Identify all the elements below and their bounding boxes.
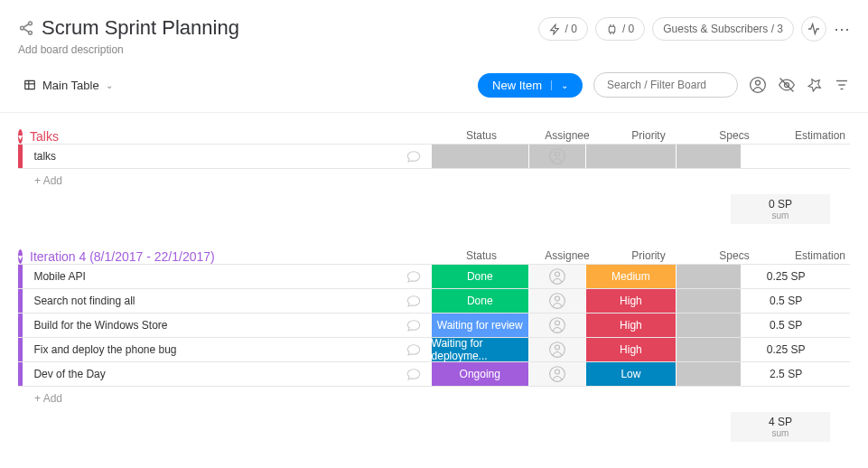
status-cell[interactable]: Ongoing (431, 362, 528, 386)
assignee-cell[interactable] (528, 362, 585, 386)
svg-point-29 (555, 272, 560, 276)
assignee-cell[interactable] (528, 289, 585, 313)
chat-icon[interactable] (397, 289, 430, 313)
column-header[interactable]: Estimation (770, 129, 868, 144)
estimation-cell[interactable]: 0.25 SP (741, 265, 830, 288)
column-header[interactable]: Status (427, 249, 536, 264)
item-name[interactable]: Dev of the Day (23, 362, 397, 386)
table-icon (23, 79, 36, 91)
status-cell[interactable]: Waiting for review (431, 314, 528, 337)
group-title[interactable]: Iteration 4 (8/1/2017 - 22/1/2017) (30, 249, 427, 264)
add-item-label: + Add (23, 174, 62, 187)
bolt-count: / 0 (565, 23, 577, 35)
item-name[interactable]: Build for the Windows Store (23, 314, 397, 337)
activity-icon[interactable] (801, 16, 826, 42)
specs-cell[interactable] (676, 265, 741, 288)
table-row[interactable]: Mobile APIDoneMedium0.25 SP (18, 264, 850, 288)
svg-point-33 (555, 321, 560, 325)
estimation-cell[interactable]: 0.5 SP (741, 314, 830, 337)
board-description[interactable]: Add board description (18, 43, 239, 56)
item-name[interactable]: talks (23, 145, 397, 168)
assignee-cell[interactable] (528, 338, 585, 361)
share-icon (18, 20, 34, 36)
priority-cell[interactable]: Medium (585, 265, 675, 288)
assignee-cell[interactable] (528, 265, 585, 288)
page-title: Scrum Sprint Planning (42, 16, 239, 40)
integrations-pill[interactable]: / 0 (595, 17, 645, 41)
group-toggle-icon[interactable]: ▾ (18, 129, 23, 144)
svg-rect-5 (609, 26, 615, 33)
group-title[interactable]: Talks (30, 129, 427, 144)
assignee-cell[interactable] (528, 314, 585, 337)
chat-icon[interactable] (397, 265, 430, 288)
chat-icon[interactable] (397, 145, 430, 168)
pin-icon[interactable] (807, 77, 823, 93)
column-header[interactable]: Status (427, 129, 536, 144)
add-item-label: + Add (23, 392, 62, 405)
svg-point-31 (555, 296, 560, 301)
estimation-sum: 0 SPsum (731, 194, 830, 224)
svg-point-24 (555, 152, 560, 156)
priority-cell[interactable]: High (585, 314, 675, 337)
status-cell[interactable] (431, 145, 528, 168)
chat-icon[interactable] (397, 314, 430, 337)
svg-point-37 (555, 370, 560, 374)
table-row[interactable]: Search not finding allDoneHigh0.5 SP (18, 288, 850, 313)
specs-cell[interactable] (676, 145, 741, 168)
svg-point-35 (555, 345, 560, 350)
specs-cell[interactable] (676, 338, 741, 361)
column-header[interactable]: Estimation (770, 249, 868, 264)
automations-pill[interactable]: / 0 (538, 17, 588, 41)
main-table-view[interactable]: Main Table ⌄ (18, 75, 118, 96)
priority-cell[interactable] (585, 145, 675, 168)
priority-cell[interactable]: Low (585, 362, 675, 386)
eye-off-icon[interactable] (778, 76, 796, 94)
item-name[interactable]: Fix and deploy the phone bug (23, 338, 397, 361)
item-name[interactable]: Mobile API (23, 265, 397, 288)
chat-icon[interactable] (397, 338, 430, 361)
new-item-button[interactable]: New Item ⌄ (478, 73, 583, 98)
priority-cell[interactable]: High (585, 338, 675, 361)
chevron-down-icon: ⌄ (106, 80, 113, 90)
column-header[interactable]: Priority (599, 129, 698, 144)
item-name[interactable]: Search not finding all (23, 289, 397, 313)
estimation-cell[interactable] (741, 145, 830, 168)
status-cell[interactable]: Done (431, 289, 528, 313)
search-input[interactable] (593, 72, 738, 98)
more-menu-icon[interactable]: ⋯ (834, 19, 850, 39)
table-row[interactable]: Dev of the DayOngoingLow2.5 SP (18, 361, 850, 386)
specs-cell[interactable] (676, 362, 741, 386)
svg-line-4 (23, 29, 29, 33)
chevron-down-icon[interactable]: ⌄ (551, 80, 568, 90)
new-item-label: New Item (492, 79, 542, 92)
column-header[interactable]: Assignee (536, 249, 599, 264)
filter-icon[interactable] (834, 77, 850, 93)
table-row[interactable]: talks (18, 144, 850, 168)
estimation-sum: 4 SPsum (731, 412, 830, 442)
svg-line-3 (23, 24, 29, 28)
estimation-cell[interactable]: 2.5 SP (741, 362, 830, 386)
add-item-row[interactable]: + Add (18, 168, 850, 192)
svg-rect-10 (25, 80, 35, 89)
add-item-row[interactable]: + Add (18, 386, 850, 410)
estimation-cell[interactable]: 0.5 SP (741, 289, 830, 313)
group-toggle-icon[interactable]: ▾ (18, 249, 23, 264)
priority-cell[interactable]: High (585, 289, 675, 313)
table-row[interactable]: Build for the Windows StoreWaiting for r… (18, 313, 850, 337)
specs-cell[interactable] (676, 289, 741, 313)
specs-cell[interactable] (676, 314, 741, 337)
guests-label: Guests & Subscribers / 3 (663, 23, 783, 35)
column-header[interactable]: Specs (698, 129, 770, 144)
guests-pill[interactable]: Guests & Subscribers / 3 (652, 17, 794, 41)
status-cell[interactable]: Waiting for deployme... (431, 338, 528, 361)
table-row[interactable]: Fix and deploy the phone bugWaiting for … (18, 337, 850, 361)
column-header[interactable]: Priority (599, 249, 698, 264)
robot-count: / 0 (622, 23, 634, 35)
column-header[interactable]: Specs (698, 249, 770, 264)
assignee-cell[interactable] (528, 145, 585, 168)
estimation-cell[interactable]: 0.25 SP (741, 338, 830, 361)
status-cell[interactable]: Done (431, 265, 528, 288)
person-icon[interactable] (749, 76, 767, 94)
chat-icon[interactable] (397, 362, 430, 386)
column-header[interactable]: Assignee (536, 129, 599, 144)
